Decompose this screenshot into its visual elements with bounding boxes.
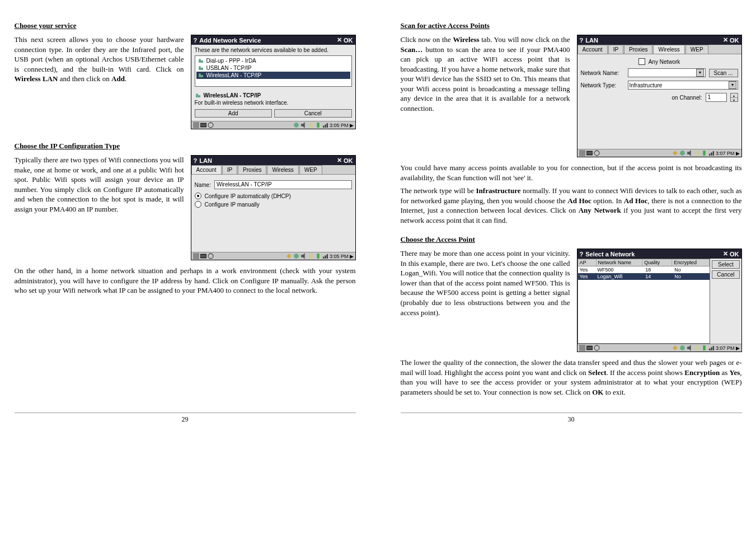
text-fragment: This next screen allows you to choose yo… <box>15 35 184 73</box>
add-button[interactable]: Add <box>195 109 273 118</box>
clipboard-icon[interactable] <box>308 122 314 128</box>
diamond-icon[interactable] <box>286 253 292 259</box>
keyboard-icon[interactable] <box>200 253 206 259</box>
name-input[interactable]: WirelessLAN - TCP/IP <box>214 180 352 189</box>
help-icon[interactable]: ? <box>194 37 198 44</box>
network-name-dropdown[interactable]: ▾ <box>628 68 706 77</box>
sound-icon[interactable] <box>687 150 693 156</box>
network-table[interactable]: AP Network Name Quality Encrypted Yes WF… <box>577 259 711 344</box>
table-row-selected[interactable]: Yes Logan_Wifi 14 No <box>578 273 710 280</box>
rotate-icon[interactable] <box>594 150 600 156</box>
cancel-button[interactable]: Cancel <box>274 109 352 118</box>
ok-button[interactable]: OK <box>344 157 353 164</box>
service-listbox[interactable]: Dial-up - PPP - IrDA USBLAN - TCP/IP Wir… <box>195 55 352 87</box>
svg-rect-15 <box>323 126 324 128</box>
close-icon[interactable]: ✕ <box>337 36 342 44</box>
signal-icon[interactable] <box>708 345 715 351</box>
close-icon[interactable]: ✕ <box>723 36 728 44</box>
text-fragment: . If the access point shows <box>607 368 685 377</box>
radio-manual[interactable]: Configure IP manually <box>195 201 352 208</box>
table-row[interactable]: Yes WF500 18 No <box>578 266 710 273</box>
text-ip-config: Typically there are two types of Wifi co… <box>15 155 184 214</box>
rotate-icon[interactable] <box>208 122 214 128</box>
taskbar-time: 3:07 PM <box>716 345 735 351</box>
globe-icon[interactable] <box>679 150 685 156</box>
tab-wireless[interactable]: Wireless <box>653 45 684 54</box>
channel-spinner[interactable]: ▴ ▾ <box>730 93 738 102</box>
clipboard-icon[interactable] <box>308 253 314 259</box>
tab-ip[interactable]: IP <box>608 45 623 54</box>
globe-icon[interactable] <box>293 253 299 259</box>
cancel-button[interactable]: Cancel <box>712 270 739 279</box>
svg-rect-16 <box>325 124 326 128</box>
scan-button[interactable]: Scan ... <box>709 69 738 77</box>
service-item-usblan[interactable]: USBLAN - TCP/IP <box>196 64 350 72</box>
help-icon[interactable]: ? <box>580 37 584 44</box>
tab-wep[interactable]: WEP <box>685 45 708 54</box>
battery-icon[interactable] <box>315 122 321 128</box>
signal-icon[interactable] <box>708 150 715 156</box>
svg-rect-38 <box>711 152 712 156</box>
diamond-icon[interactable] <box>672 345 678 351</box>
tab-wep[interactable]: WEP <box>299 165 322 174</box>
expand-icon[interactable]: ▶ <box>350 254 354 259</box>
rotate-icon[interactable] <box>208 253 214 259</box>
network-type-dropdown[interactable]: Infrastructure▾ <box>628 81 738 90</box>
battery-icon[interactable] <box>701 150 707 156</box>
keyboard-icon[interactable] <box>200 122 206 128</box>
channel-input[interactable]: 1 <box>706 93 727 102</box>
apps-icon[interactable] <box>579 150 585 156</box>
text-quality-note: The lower the quality of the connection,… <box>401 358 742 397</box>
expand-icon[interactable]: ▶ <box>736 345 740 351</box>
svg-rect-27 <box>325 255 326 259</box>
globe-icon[interactable] <box>293 122 299 128</box>
expand-icon[interactable]: ▶ <box>736 151 740 156</box>
battery-icon[interactable] <box>701 345 707 351</box>
text-fragment: as <box>720 368 729 377</box>
sound-icon[interactable] <box>300 253 307 259</box>
apps-icon[interactable] <box>579 345 585 351</box>
radio-dhcp[interactable]: Configure IP automatically (DHCP) <box>195 193 352 199</box>
select-button[interactable]: Select <box>712 260 739 269</box>
sound-icon[interactable] <box>687 345 693 351</box>
rotate-icon[interactable] <box>594 345 600 351</box>
service-item-wirelesslan[interactable]: WirelessLAN - TCP/IP <box>196 72 350 79</box>
service-item-irda[interactable]: Dial-up - PPP - IrDA <box>196 57 350 64</box>
clipboard-icon[interactable] <box>694 345 700 351</box>
apps-icon[interactable] <box>193 253 199 259</box>
ok-button[interactable]: OK <box>730 37 739 44</box>
globe-icon[interactable] <box>679 345 685 351</box>
tab-account[interactable]: Account <box>577 45 608 54</box>
signal-icon[interactable] <box>322 253 328 259</box>
help-icon[interactable]: ? <box>194 157 198 164</box>
tab-account[interactable]: Account <box>191 165 222 174</box>
tab-wireless[interactable]: Wireless <box>267 165 298 174</box>
tab-ip[interactable]: IP <box>222 165 237 174</box>
battery-icon[interactable] <box>315 253 321 259</box>
table-header: AP Network Name Quality Encrypted <box>578 259 710 266</box>
close-icon[interactable]: ✕ <box>723 250 728 257</box>
text-bold: Wireless LAN <box>15 74 58 83</box>
dialog-description: These are the network services available… <box>195 47 352 53</box>
keyboard-icon[interactable] <box>586 345 593 351</box>
tab-proxies[interactable]: Proxies <box>238 165 266 174</box>
ok-button[interactable]: OK <box>730 251 739 257</box>
help-icon[interactable]: ? <box>580 251 584 257</box>
text-fragment: . <box>125 74 126 83</box>
svg-rect-19 <box>200 254 206 258</box>
signal-icon[interactable] <box>322 122 328 128</box>
cell-ap: Yes <box>578 273 596 280</box>
ok-button[interactable]: OK <box>344 37 353 44</box>
diamond-icon[interactable] <box>672 150 678 156</box>
footer-left: 29 <box>15 397 356 424</box>
sound-icon[interactable] <box>300 122 307 128</box>
tab-proxies[interactable]: Proxies <box>624 45 652 54</box>
any-network-checkbox[interactable]: Any Network <box>581 58 738 65</box>
svg-point-7 <box>196 93 198 96</box>
taskbar-time: 3:05 PM <box>330 254 349 259</box>
apps-icon[interactable] <box>193 122 199 128</box>
expand-icon[interactable]: ▶ <box>350 123 354 128</box>
clipboard-icon[interactable] <box>694 150 700 156</box>
keyboard-icon[interactable] <box>586 150 593 156</box>
close-icon[interactable]: ✕ <box>337 157 342 164</box>
